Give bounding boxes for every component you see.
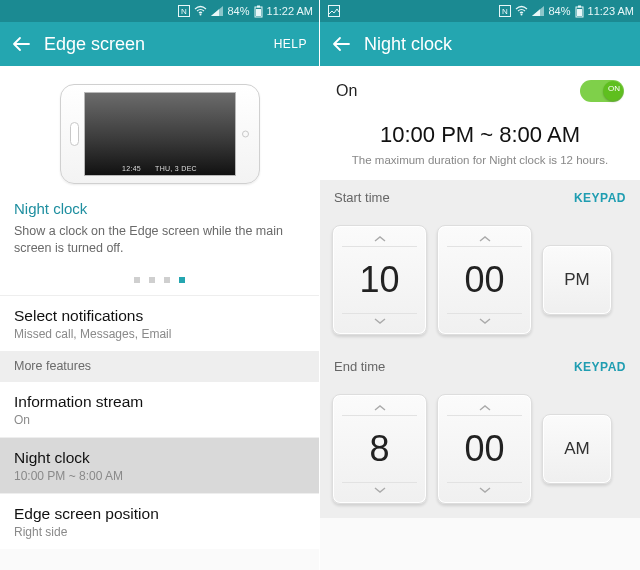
app-bar: Edge screen HELP <box>0 22 319 66</box>
end-time-header: End time KEYPAD <box>320 349 640 384</box>
svg-rect-6 <box>257 5 260 7</box>
section-more-features: More features <box>0 351 319 381</box>
toggle-switch[interactable]: ON <box>580 80 624 102</box>
hour-spinner[interactable]: 10 <box>332 225 427 335</box>
minute-spinner[interactable]: 00 <box>437 225 532 335</box>
phone-illustration: 12:45 THU, 3 DEC <box>60 84 260 184</box>
status-time: 11:23 AM <box>588 5 634 17</box>
ampm-toggle[interactable]: PM <box>542 245 612 315</box>
time-range-display: 10:00 PM ~ 8:00 AM The maximum duration … <box>320 116 640 180</box>
battery-percent: 84% <box>227 5 249 17</box>
keypad-button[interactable]: KEYPAD <box>574 191 626 205</box>
minute-value: 00 <box>447 246 521 314</box>
wifi-icon <box>515 6 528 16</box>
row-title: Edge screen position <box>14 505 305 523</box>
status-bar: N 84% 11:22 AM <box>0 0 319 22</box>
on-toggle-row[interactable]: On ON <box>320 66 640 116</box>
nfc-icon: N <box>178 5 190 17</box>
feature-card[interactable]: Night clock Show a clock on the Edge scr… <box>0 188 319 267</box>
dot[interactable] <box>164 277 170 283</box>
svg-rect-16 <box>577 9 582 16</box>
range-note: The maximum duration for Night clock is … <box>330 154 630 166</box>
svg-text:N: N <box>503 7 509 16</box>
app-bar: Night clock <box>320 22 640 66</box>
chevron-down-icon[interactable] <box>478 314 492 328</box>
row-select-notifications[interactable]: Select notifications Missed call, Messag… <box>0 295 319 351</box>
end-time-picker: 8 00 AM <box>320 384 640 518</box>
preview-clock: 12:45 <box>122 165 141 172</box>
row-title: Night clock <box>14 449 305 467</box>
row-title: Select notifications <box>14 307 305 325</box>
night-clock-pane: N 84% 11:23 AM Night clock On ON 10:00 P… <box>320 0 640 570</box>
image-icon <box>328 5 340 17</box>
battery-percent: 84% <box>548 5 570 17</box>
dot[interactable] <box>134 277 140 283</box>
svg-point-11 <box>521 14 523 16</box>
chevron-up-icon[interactable] <box>478 401 492 415</box>
chevron-up-icon[interactable] <box>478 232 492 246</box>
row-title: Information stream <box>14 393 305 411</box>
status-time: 11:22 AM <box>267 5 313 17</box>
start-time-picker: 10 00 PM <box>320 215 640 349</box>
end-label: End time <box>334 359 574 374</box>
keypad-button[interactable]: KEYPAD <box>574 360 626 374</box>
card-description: Show a clock on the Edge screen while th… <box>14 223 305 257</box>
svg-marker-4 <box>211 9 219 16</box>
signal-icon <box>211 6 223 16</box>
minute-value: 00 <box>447 415 521 483</box>
ampm-toggle[interactable]: AM <box>542 414 612 484</box>
range-text: 10:00 PM ~ 8:00 AM <box>330 122 630 148</box>
svg-text:N: N <box>182 7 188 16</box>
dot-active[interactable] <box>179 277 185 283</box>
svg-point-2 <box>200 14 202 16</box>
chevron-up-icon[interactable] <box>373 232 387 246</box>
toggle-text: ON <box>608 84 620 93</box>
appbar-title: Night clock <box>364 34 628 55</box>
status-bar: N 84% 11:23 AM <box>320 0 640 22</box>
start-time-header: Start time KEYPAD <box>320 180 640 215</box>
row-edge-position[interactable]: Edge screen position Right side <box>0 493 319 549</box>
hour-spinner[interactable]: 8 <box>332 394 427 504</box>
appbar-title: Edge screen <box>44 34 260 55</box>
edge-screen-pane: N 84% 11:22 AM Edge screen HELP 12:45 TH… <box>0 0 320 570</box>
chevron-up-icon[interactable] <box>373 401 387 415</box>
battery-icon <box>254 5 263 18</box>
signal-icon <box>532 6 544 16</box>
help-button[interactable]: HELP <box>274 37 307 51</box>
start-label: Start time <box>334 190 574 205</box>
minute-spinner[interactable]: 00 <box>437 394 532 504</box>
on-label: On <box>336 82 580 100</box>
hour-value: 10 <box>342 246 416 314</box>
svg-rect-15 <box>578 5 581 7</box>
row-subtitle: On <box>14 413 305 427</box>
page-indicator <box>0 267 319 295</box>
back-icon[interactable] <box>12 35 30 53</box>
row-subtitle: 10:00 PM ~ 8:00 AM <box>14 469 305 483</box>
chevron-down-icon[interactable] <box>373 483 387 497</box>
preview-date: THU, 3 DEC <box>155 165 197 172</box>
nfc-icon: N <box>499 5 511 17</box>
preview-area: 12:45 THU, 3 DEC <box>0 66 319 188</box>
row-night-clock[interactable]: Night clock 10:00 PM ~ 8:00 AM <box>0 437 319 493</box>
chevron-down-icon[interactable] <box>373 314 387 328</box>
row-information-stream[interactable]: Information stream On <box>0 381 319 437</box>
hour-value: 8 <box>342 415 416 483</box>
back-icon[interactable] <box>332 35 350 53</box>
chevron-down-icon[interactable] <box>478 483 492 497</box>
svg-marker-13 <box>532 9 540 16</box>
wifi-icon <box>194 6 207 16</box>
dot[interactable] <box>149 277 155 283</box>
svg-rect-7 <box>256 9 261 16</box>
row-subtitle: Missed call, Messages, Email <box>14 327 305 341</box>
battery-icon <box>575 5 584 18</box>
card-title: Night clock <box>14 200 305 217</box>
row-subtitle: Right side <box>14 525 305 539</box>
